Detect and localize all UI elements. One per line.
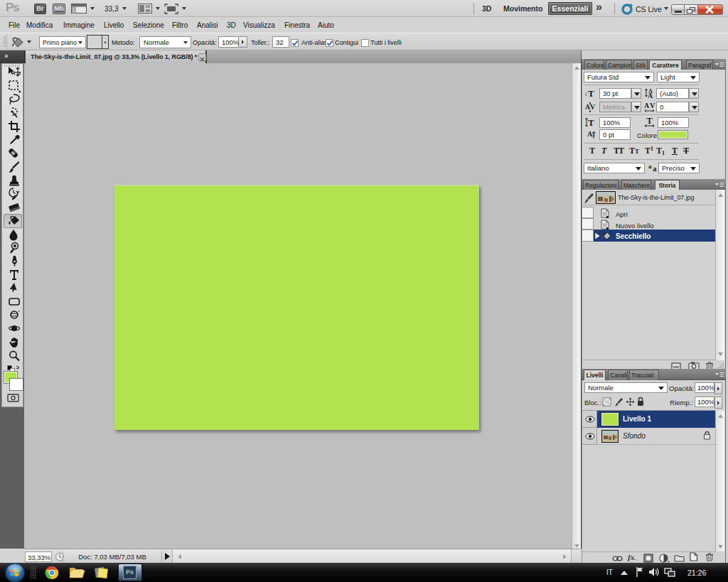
svg-text:a: a (592, 129, 595, 136)
svg-text:V: V (590, 103, 596, 111)
svg-text:t: t (585, 90, 587, 97)
svg-text:T: T (588, 117, 594, 128)
svg-text:T: T (588, 88, 594, 98)
svg-text:a: a (653, 164, 657, 173)
svg-text:a: a (648, 163, 652, 170)
svg-text:A: A (648, 92, 653, 99)
svg-text:T: T (647, 117, 653, 126)
svg-text:V: V (650, 102, 655, 109)
svg-text:A: A (644, 102, 650, 109)
